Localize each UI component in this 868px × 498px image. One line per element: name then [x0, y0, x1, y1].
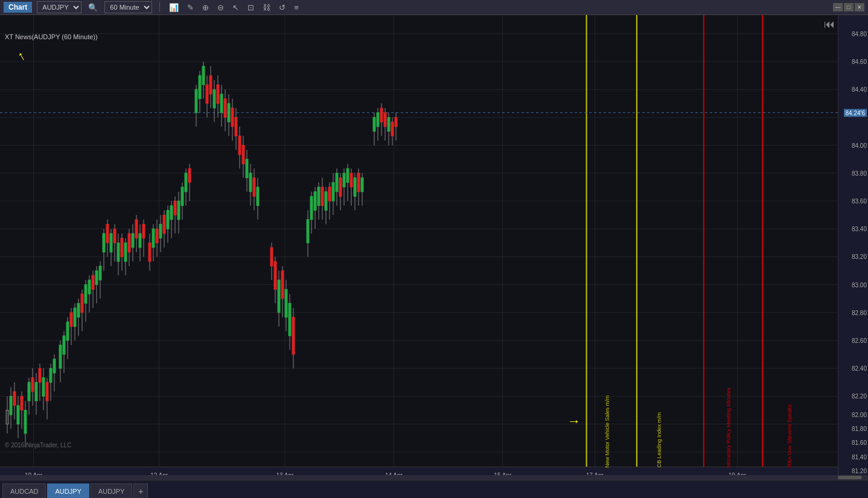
svg-rect-79 [99, 266, 101, 280]
svg-rect-133 [202, 66, 205, 85]
svg-rect-101 [139, 234, 141, 247]
svg-rect-115 [167, 210, 169, 229]
svg-rect-63 [70, 313, 72, 327]
price-81-20: 81.20 [852, 467, 867, 474]
copyright: © 2016 NinjaTrader, LLC [5, 442, 71, 449]
svg-rect-183 [314, 192, 316, 211]
sync-icon[interactable]: ↺ [277, 3, 287, 12]
svg-rect-177 [292, 318, 295, 355]
search-icon[interactable]: 🔍 [86, 3, 100, 12]
bar-chart-icon[interactable]: 📊 [167, 3, 180, 12]
svg-rect-173 [285, 289, 287, 317]
current-price: 84.24'6 [844, 109, 867, 117]
svg-rect-107 [152, 229, 155, 247]
chart-title: XT News(AUDJPY (60 Minute)) [5, 33, 98, 40]
scrollbar-thumb[interactable] [838, 476, 862, 479]
svg-rect-157 [246, 159, 248, 178]
price-84-80: 84.80 [852, 30, 867, 37]
svg-rect-151 [235, 117, 237, 136]
svg-rect-29 [6, 410, 8, 424]
svg-rect-99 [135, 220, 138, 238]
link-icon[interactable]: ⛓ [261, 3, 272, 12]
svg-rect-181 [310, 196, 313, 220]
news-label-rba: RBA Gov Stevens Speaks [787, 402, 793, 468]
scrollbar[interactable] [0, 475, 868, 480]
add-tab-button[interactable]: + [133, 484, 148, 498]
svg-rect-149 [231, 108, 234, 127]
svg-rect-47 [39, 368, 41, 382]
svg-rect-45 [35, 382, 37, 401]
minimize-button[interactable]: — [833, 3, 843, 11]
svg-rect-53 [49, 368, 52, 382]
svg-rect-161 [253, 178, 255, 197]
zoom-out-icon[interactable]: ⊖ [215, 3, 226, 12]
svg-rect-87 [113, 229, 116, 243]
svg-rect-31 [10, 396, 12, 415]
svg-rect-207 [357, 173, 360, 192]
svg-rect-195 [336, 173, 338, 192]
svg-rect-75 [92, 275, 94, 289]
svg-rect-95 [128, 234, 130, 252]
cursor-icon[interactable]: ↖ [231, 3, 241, 12]
svg-rect-171 [281, 271, 284, 299]
svg-rect-77 [95, 271, 98, 285]
menu-icon[interactable]: ≡ [292, 3, 301, 12]
svg-rect-89 [117, 243, 120, 261]
svg-rect-125 [185, 173, 187, 192]
price-83-80: 83.80 [852, 170, 867, 176]
svg-rect-155 [242, 145, 244, 164]
svg-rect-187 [321, 187, 324, 206]
tab-audcad[interactable]: AUDCAD [2, 484, 46, 498]
svg-rect-127 [188, 168, 191, 182]
svg-rect-165 [270, 247, 273, 266]
zoom-in-icon[interactable]: ⊕ [200, 3, 211, 12]
window-buttons: — □ ✕ [833, 3, 864, 11]
svg-rect-197 [339, 178, 342, 197]
main-chart[interactable]: XT News(AUDJPY (60 Minute)) [0, 15, 868, 480]
chart-label: Chart [4, 2, 32, 13]
template-icon[interactable]: ⊡ [246, 3, 256, 12]
tab-audjpy2[interactable]: AUDJPY [91, 484, 132, 498]
svg-rect-117 [170, 206, 173, 220]
svg-rect-185 [318, 187, 320, 206]
svg-rect-91 [121, 238, 123, 257]
svg-rect-37 [21, 396, 23, 410]
svg-rect-65 [74, 308, 76, 327]
svg-rect-143 [220, 94, 223, 113]
svg-rect-217 [384, 113, 386, 127]
fast-forward-icon[interactable]: ⏮ [824, 18, 835, 31]
arrow-right-indicator: → [567, 413, 581, 429]
svg-rect-61 [66, 322, 69, 340]
svg-rect-121 [177, 201, 180, 220]
svg-rect-85 [110, 234, 112, 252]
svg-rect-153 [238, 136, 241, 155]
svg-rect-137 [209, 75, 212, 94]
svg-rect-219 [388, 117, 390, 131]
svg-rect-109 [156, 229, 158, 243]
svg-rect-193 [332, 182, 334, 201]
price-84-40: 84.40 [852, 86, 867, 93]
svg-rect-67 [77, 303, 80, 317]
tab-audjpy[interactable]: AUDJPY [47, 484, 89, 498]
svg-rect-213 [377, 113, 379, 127]
timeframe-select[interactable]: 60 Minute [104, 1, 152, 13]
price-82-60: 82.60 [852, 337, 867, 344]
svg-rect-135 [206, 85, 208, 104]
svg-rect-215 [380, 108, 383, 122]
svg-rect-69 [81, 294, 83, 313]
close-button[interactable]: ✕ [855, 3, 864, 11]
svg-rect-179 [307, 220, 309, 243]
svg-rect-175 [289, 303, 291, 336]
svg-rect-163 [257, 187, 259, 206]
toolbar-sep-1 [159, 2, 160, 12]
draw-icon[interactable]: ✎ [185, 3, 196, 12]
svg-rect-83 [106, 225, 109, 243]
svg-rect-159 [249, 173, 252, 192]
svg-rect-103 [142, 225, 145, 238]
candlestick-chart [0, 15, 838, 480]
svg-rect-167 [274, 261, 276, 289]
maximize-button[interactable]: □ [844, 3, 854, 11]
price-84-00: 84.00 [852, 142, 867, 148]
symbol-select[interactable]: AUDJPY [37, 1, 81, 13]
svg-rect-221 [391, 122, 394, 136]
